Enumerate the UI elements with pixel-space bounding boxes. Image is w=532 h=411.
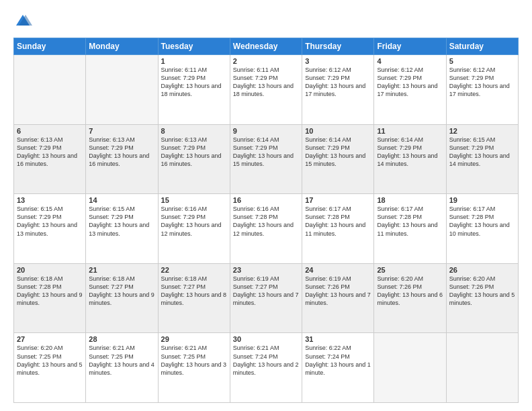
day-number: 30	[233, 335, 299, 343]
day-info: Sunrise: 6:18 AMSunset: 7:27 PMDaylight:…	[89, 275, 154, 308]
day-number: 31	[305, 335, 371, 343]
calendar-day	[446, 333, 518, 403]
day-info: Sunrise: 6:15 AMSunset: 7:29 PMDaylight:…	[449, 136, 515, 169]
calendar-day	[374, 333, 446, 403]
calendar-week-row: 27Sunrise: 6:20 AMSunset: 7:25 PMDayligh…	[14, 333, 519, 403]
day-info: Sunrise: 6:21 AMSunset: 7:25 PMDaylight:…	[89, 344, 154, 377]
calendar-day: 21Sunrise: 6:18 AMSunset: 7:27 PMDayligh…	[86, 263, 158, 333]
day-info: Sunrise: 6:16 AMSunset: 7:29 PMDaylight:…	[161, 205, 227, 238]
day-number: 21	[89, 266, 154, 274]
calendar-day: 9Sunrise: 6:14 AMSunset: 7:29 PMDaylight…	[230, 124, 302, 194]
day-number: 13	[17, 196, 83, 204]
day-info: Sunrise: 6:15 AMSunset: 7:29 PMDaylight:…	[89, 205, 154, 238]
calendar-day: 12Sunrise: 6:15 AMSunset: 7:29 PMDayligh…	[446, 124, 518, 194]
calendar-day: 3Sunrise: 6:12 AMSunset: 7:29 PMDaylight…	[302, 55, 374, 125]
day-info: Sunrise: 6:11 AMSunset: 7:29 PMDaylight:…	[161, 66, 227, 99]
day-info: Sunrise: 6:20 AMSunset: 7:26 PMDaylight:…	[377, 275, 443, 308]
day-number: 3	[305, 57, 371, 65]
day-number: 23	[233, 266, 299, 274]
calendar-week-row: 6Sunrise: 6:13 AMSunset: 7:29 PMDaylight…	[14, 124, 519, 194]
weekday-saturday: Saturday	[446, 38, 518, 55]
day-number: 10	[305, 127, 371, 135]
calendar-day: 5Sunrise: 6:12 AMSunset: 7:29 PMDaylight…	[446, 55, 518, 125]
day-info: Sunrise: 6:12 AMSunset: 7:29 PMDaylight:…	[377, 66, 443, 99]
day-number: 20	[17, 266, 83, 274]
day-number: 1	[161, 57, 227, 65]
day-info: Sunrise: 6:18 AMSunset: 7:28 PMDaylight:…	[17, 275, 83, 308]
header	[13, 12, 519, 31]
calendar-day: 2Sunrise: 6:11 AMSunset: 7:29 PMDaylight…	[230, 55, 302, 125]
day-info: Sunrise: 6:20 AMSunset: 7:26 PMDaylight:…	[449, 275, 515, 308]
day-info: Sunrise: 6:19 AMSunset: 7:26 PMDaylight:…	[305, 275, 371, 308]
day-info: Sunrise: 6:19 AMSunset: 7:27 PMDaylight:…	[233, 275, 299, 308]
calendar-day: 27Sunrise: 6:20 AMSunset: 7:25 PMDayligh…	[14, 333, 86, 403]
day-number: 25	[377, 266, 443, 274]
day-number: 29	[161, 335, 227, 343]
day-info: Sunrise: 6:13 AMSunset: 7:29 PMDaylight:…	[161, 136, 227, 169]
calendar-day: 19Sunrise: 6:17 AMSunset: 7:28 PMDayligh…	[446, 194, 518, 264]
calendar-day	[86, 55, 158, 125]
calendar-day: 1Sunrise: 6:11 AMSunset: 7:29 PMDaylight…	[158, 55, 230, 125]
day-info: Sunrise: 6:15 AMSunset: 7:29 PMDaylight:…	[17, 205, 83, 238]
calendar-day: 13Sunrise: 6:15 AMSunset: 7:29 PMDayligh…	[14, 194, 86, 264]
calendar-day: 30Sunrise: 6:21 AMSunset: 7:24 PMDayligh…	[230, 333, 302, 403]
day-number: 28	[89, 335, 154, 343]
day-info: Sunrise: 6:17 AMSunset: 7:28 PMDaylight:…	[305, 205, 371, 238]
day-info: Sunrise: 6:12 AMSunset: 7:29 PMDaylight:…	[449, 66, 515, 99]
calendar-day: 15Sunrise: 6:16 AMSunset: 7:29 PMDayligh…	[158, 194, 230, 264]
day-number: 17	[305, 196, 371, 204]
day-number: 27	[17, 335, 83, 343]
day-info: Sunrise: 6:14 AMSunset: 7:29 PMDaylight:…	[305, 136, 371, 169]
calendar-day: 7Sunrise: 6:13 AMSunset: 7:29 PMDaylight…	[86, 124, 158, 194]
day-info: Sunrise: 6:20 AMSunset: 7:25 PMDaylight:…	[17, 344, 83, 377]
logo	[13, 12, 35, 31]
calendar-day: 4Sunrise: 6:12 AMSunset: 7:29 PMDaylight…	[374, 55, 446, 125]
day-number: 6	[17, 127, 83, 135]
weekday-sunday: Sunday	[14, 38, 86, 55]
calendar-day: 25Sunrise: 6:20 AMSunset: 7:26 PMDayligh…	[374, 263, 446, 333]
calendar-day: 28Sunrise: 6:21 AMSunset: 7:25 PMDayligh…	[86, 333, 158, 403]
calendar-day: 18Sunrise: 6:17 AMSunset: 7:28 PMDayligh…	[374, 194, 446, 264]
day-number: 26	[449, 266, 515, 274]
weekday-monday: Monday	[86, 38, 158, 55]
day-info: Sunrise: 6:14 AMSunset: 7:29 PMDaylight:…	[233, 136, 299, 169]
calendar-day: 26Sunrise: 6:20 AMSunset: 7:26 PMDayligh…	[446, 263, 518, 333]
day-info: Sunrise: 6:16 AMSunset: 7:28 PMDaylight:…	[233, 205, 299, 238]
day-info: Sunrise: 6:17 AMSunset: 7:28 PMDaylight:…	[449, 205, 515, 238]
day-number: 2	[233, 57, 299, 65]
day-info: Sunrise: 6:18 AMSunset: 7:27 PMDaylight:…	[161, 275, 227, 308]
page: SundayMondayTuesdayWednesdayThursdayFrid…	[0, 0, 532, 411]
day-info: Sunrise: 6:12 AMSunset: 7:29 PMDaylight:…	[305, 66, 371, 99]
calendar-day: 22Sunrise: 6:18 AMSunset: 7:27 PMDayligh…	[158, 263, 230, 333]
calendar-day: 24Sunrise: 6:19 AMSunset: 7:26 PMDayligh…	[302, 263, 374, 333]
day-info: Sunrise: 6:22 AMSunset: 7:24 PMDaylight:…	[305, 344, 371, 377]
calendar-day: 23Sunrise: 6:19 AMSunset: 7:27 PMDayligh…	[230, 263, 302, 333]
calendar-day: 10Sunrise: 6:14 AMSunset: 7:29 PMDayligh…	[302, 124, 374, 194]
day-number: 15	[161, 196, 227, 204]
weekday-wednesday: Wednesday	[230, 38, 302, 55]
day-info: Sunrise: 6:13 AMSunset: 7:29 PMDaylight:…	[17, 136, 83, 169]
day-number: 7	[89, 127, 154, 135]
day-number: 4	[377, 57, 443, 65]
day-info: Sunrise: 6:13 AMSunset: 7:29 PMDaylight:…	[89, 136, 154, 169]
day-info: Sunrise: 6:14 AMSunset: 7:29 PMDaylight:…	[377, 136, 443, 169]
logo-icon	[13, 12, 32, 31]
calendar-table: SundayMondayTuesdayWednesdayThursdayFrid…	[13, 38, 519, 403]
calendar-day: 31Sunrise: 6:22 AMSunset: 7:24 PMDayligh…	[302, 333, 374, 403]
calendar-week-row: 1Sunrise: 6:11 AMSunset: 7:29 PMDaylight…	[14, 55, 519, 125]
calendar-day: 6Sunrise: 6:13 AMSunset: 7:29 PMDaylight…	[14, 124, 86, 194]
weekday-tuesday: Tuesday	[158, 38, 230, 55]
calendar-day: 29Sunrise: 6:21 AMSunset: 7:25 PMDayligh…	[158, 333, 230, 403]
calendar-day: 14Sunrise: 6:15 AMSunset: 7:29 PMDayligh…	[86, 194, 158, 264]
calendar-day	[14, 55, 86, 125]
day-number: 24	[305, 266, 371, 274]
calendar-week-row: 20Sunrise: 6:18 AMSunset: 7:28 PMDayligh…	[14, 263, 519, 333]
weekday-friday: Friday	[374, 38, 446, 55]
weekday-header-row: SundayMondayTuesdayWednesdayThursdayFrid…	[14, 38, 519, 55]
calendar-day: 17Sunrise: 6:17 AMSunset: 7:28 PMDayligh…	[302, 194, 374, 264]
day-info: Sunrise: 6:17 AMSunset: 7:28 PMDaylight:…	[377, 205, 443, 238]
weekday-thursday: Thursday	[302, 38, 374, 55]
day-number: 5	[449, 57, 515, 65]
day-number: 8	[161, 127, 227, 135]
day-number: 11	[377, 127, 443, 135]
